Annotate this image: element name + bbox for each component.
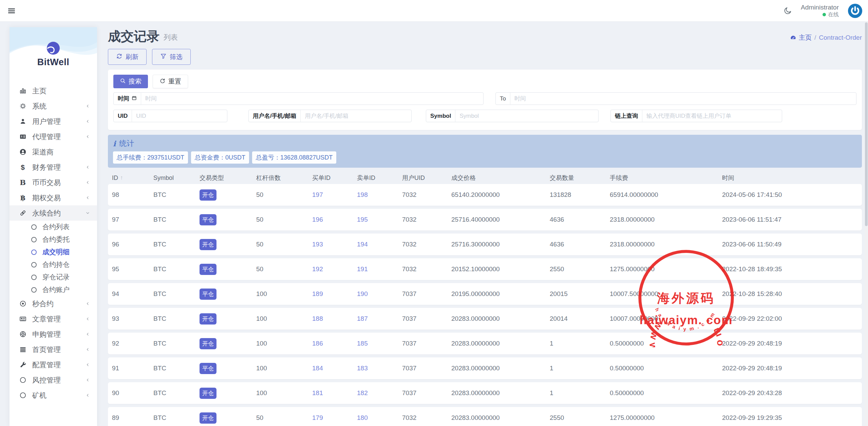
cell-buy-order-id-link[interactable]: 192 — [312, 265, 323, 273]
cell-quantity: 1 — [550, 365, 610, 372]
cell-buy-order-id-link[interactable]: 196 — [312, 216, 323, 223]
cell-sell-order-id-link[interactable]: 180 — [357, 414, 368, 421]
sidebar-subitem-contract-accounts[interactable]: 合约账户 — [10, 283, 97, 296]
menu-item-label: 用户管理 — [32, 117, 85, 126]
cell-buy-order-id-link[interactable]: 186 — [312, 340, 323, 347]
uid-field: UID — [113, 110, 227, 122]
cell-trade-type: 开仓 — [200, 338, 256, 349]
cell-price: 20283.00000000 — [451, 365, 550, 372]
cell-sell-order-id-link[interactable]: 198 — [357, 191, 368, 198]
cell-buy-order-id-link[interactable]: 189 — [312, 290, 323, 297]
menu-item-label: 财务管理 — [32, 163, 85, 172]
filter-button[interactable]: 筛选 — [152, 49, 191, 65]
chain-query-input[interactable] — [642, 113, 782, 119]
sidebar-item-finance[interactable]: $财务管理 — [10, 160, 97, 175]
menu-item-label: 配置管理 — [32, 360, 85, 370]
cell-sell-order-id-link[interactable]: 182 — [357, 389, 368, 396]
reset-button[interactable]: 重置 — [153, 75, 188, 88]
sidebar-item-user-mgmt[interactable]: 用户管理 — [10, 114, 97, 129]
column-header-label: 卖单ID — [357, 174, 375, 182]
sidebar-item-risk-mgmt[interactable]: 风控管理 — [10, 372, 97, 388]
cell-price: 20152.10000000 — [451, 265, 550, 273]
column-header-label: 交易类型 — [200, 174, 224, 182]
cell-sell-order-id-link[interactable]: 187 — [357, 315, 368, 322]
sidebar-item-homepage-mgmt[interactable]: 首页管理 — [10, 342, 97, 357]
cell-buy-order-id-link[interactable]: 193 — [312, 241, 323, 248]
menu-toggle-icon[interactable] — [7, 7, 16, 15]
cell-leverage: 50 — [256, 216, 312, 223]
sidebar-subitem-contract-positions[interactable]: 合约持仓 — [10, 258, 97, 271]
sidebar-subitem-liquidation-records[interactable]: 穿仓记录 — [10, 271, 97, 283]
time-from-input[interactable] — [141, 95, 483, 102]
cell-buy-order-id-link[interactable]: 188 — [312, 315, 323, 322]
scrollbar-thumb[interactable] — [865, 22, 868, 226]
cell-price: 20283.00000000 — [451, 389, 550, 397]
cell-symbol: BTC — [153, 241, 200, 248]
cell-trade-type: 开仓 — [200, 313, 256, 325]
cell-symbol: BTC — [153, 315, 200, 322]
time-to-input[interactable] — [510, 95, 856, 102]
cell-buy-order-id-link[interactable]: 179 — [312, 414, 323, 421]
sidebar-item-article-mgmt[interactable]: 文章管理 — [10, 311, 97, 327]
sidebar-item-perpetual[interactable]: 永续合约 — [10, 205, 97, 221]
cell-symbol: BTC — [153, 216, 200, 223]
symbol-input[interactable] — [455, 113, 598, 119]
sidebar-item-system[interactable]: 系统 — [10, 98, 97, 114]
vertical-scrollbar[interactable] — [865, 22, 868, 426]
sidebar-subitem-trade-details[interactable]: 成交明细 — [10, 246, 97, 258]
cell-user-uid: 7032 — [402, 414, 451, 422]
stat-badge: 总盈亏：13628.08827USDT — [252, 151, 336, 164]
sort-asc-icon[interactable]: ↑ — [120, 174, 123, 181]
dark-mode-icon[interactable] — [783, 6, 792, 15]
cell-symbol: BTC — [153, 191, 200, 199]
breadcrumb-home[interactable]: 主页 — [790, 33, 812, 42]
uid-input[interactable] — [132, 113, 227, 119]
username-input[interactable] — [301, 113, 411, 119]
sidebar-subitem-contract-list[interactable]: 合约列表 — [10, 221, 97, 233]
sidebar-item-agent-mgmt[interactable]: 代理管理 — [10, 129, 97, 144]
table-row: 89BTC开仓50179180703220283.000000002550127… — [108, 407, 862, 426]
sidebar-item-home[interactable]: 主页 — [10, 83, 97, 98]
cell-sell-order-id-link[interactable]: 191 — [357, 265, 368, 273]
cell-sell-order-id-link[interactable]: 190 — [357, 290, 368, 297]
cell-sell-order-id-link[interactable]: 185 — [357, 340, 368, 347]
sidebar-item-subscribe-mgmt[interactable]: 申购管理 — [10, 327, 97, 342]
cell-buy-order-id-link[interactable]: 181 — [312, 389, 323, 396]
cell-price: 20283.00000000 — [451, 414, 550, 422]
stats-badges: 总手续费：293751USDT总资金费：0USDT总盈亏：13628.08827… — [113, 151, 857, 164]
cell-id: 95 — [112, 265, 153, 273]
menu-item-label: 首页管理 — [32, 345, 85, 354]
sidebar-item-spot-trade[interactable]: B币币交易 — [10, 175, 97, 190]
stats-panel: i 统计 总手续费：293751USDT总资金费：0USDT总盈亏：13628.… — [108, 135, 862, 168]
cell-fee: 2318.00000000 — [610, 241, 722, 248]
cell-sell-order-id: 195 — [357, 216, 402, 223]
sidebar-item-channel[interactable]: 渠道商 — [10, 144, 97, 160]
radio-circle-icon — [31, 249, 37, 255]
cell-buy-order-id-link[interactable]: 184 — [312, 365, 323, 372]
menu-item-label: 主页 — [32, 86, 90, 96]
cell-buy-order-id-link[interactable]: 197 — [312, 191, 323, 198]
sidebar-item-options-trade[interactable]: ฿期权交易 — [10, 190, 97, 205]
chart-bar-icon — [18, 87, 27, 94]
menu-item-label: 风控管理 — [32, 375, 85, 385]
cell-quantity: 1 — [550, 389, 610, 397]
sidebar-item-config-mgmt[interactable]: 配置管理 — [10, 357, 97, 372]
sidebar-subitem-contract-orders[interactable]: 合约委托 — [10, 233, 97, 246]
sidebar: BitWell 主页系统用户管理代理管理渠道商$财务管理B币币交易฿期权交易永续… — [10, 27, 97, 426]
cell-sell-order-id-link[interactable]: 194 — [357, 241, 368, 248]
cell-buy-order-id: 192 — [312, 265, 357, 273]
sidebar-item-seconds-contract[interactable]: 秒合约 — [10, 296, 97, 311]
column-header-10: 时间 — [722, 174, 862, 182]
search-button[interactable]: 搜索 — [113, 75, 148, 88]
refresh-button[interactable]: 刷新 — [108, 49, 147, 65]
user-info[interactable]: Administrator 在线 — [801, 3, 839, 18]
cell-sell-order-id-link[interactable]: 183 — [357, 365, 368, 372]
cell-sell-order-id-link[interactable]: 195 — [357, 216, 368, 223]
user-circle-icon — [18, 148, 27, 155]
user-status-label: 在线 — [828, 11, 839, 18]
sidebar-item-miner[interactable]: 矿机 — [10, 388, 97, 403]
bitcoin-icon: ฿ — [18, 194, 27, 201]
avatar[interactable] — [848, 3, 863, 18]
cell-quantity: 2550 — [550, 265, 610, 273]
chevron-left-icon — [85, 119, 90, 124]
